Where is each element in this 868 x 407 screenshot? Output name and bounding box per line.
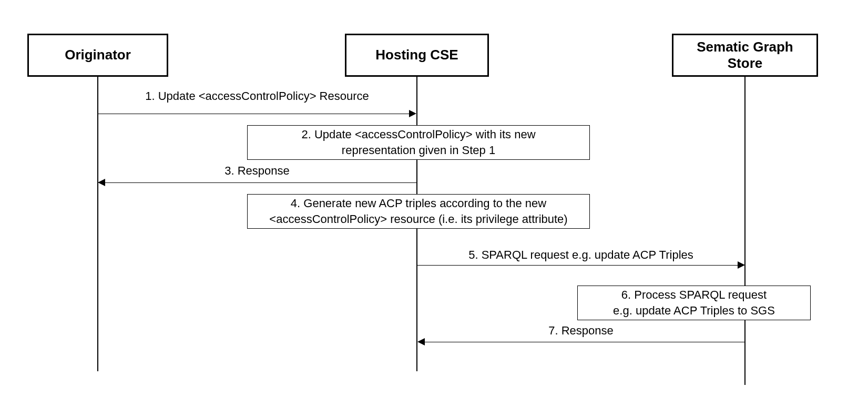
message-3-arrow [105, 182, 416, 183]
message-5-arrowhead [738, 261, 745, 269]
actor-semantic-store: Sematic Graph Store [672, 34, 818, 77]
actor-hosting-cse: Hosting CSE [345, 34, 489, 77]
message-7-label: 7. Response [417, 324, 744, 338]
message-3-label: 3. Response [98, 164, 416, 178]
lifeline-originator [97, 77, 98, 371]
message-4-box: 4. Generate new ACP triples according to… [247, 194, 590, 229]
message-1-arrow [98, 114, 410, 114]
message-6-box: 6. Process SPARQL request e.g. update AC… [577, 286, 811, 320]
message-1-label: 1. Update <accessControlPolicy> Resource [98, 89, 416, 103]
actor-label: Hosting CSE [375, 47, 458, 63]
message-7-arrow [425, 342, 744, 342]
lifeline-semantic-store [744, 77, 746, 385]
actor-originator: Originator [27, 34, 168, 77]
actor-label: Originator [65, 47, 131, 63]
message-6-label: 6. Process SPARQL request e.g. update AC… [613, 287, 775, 318]
sequence-diagram: Originator Hosting CSE Sematic Graph Sto… [11, 11, 868, 407]
message-7-arrowhead [417, 338, 425, 345]
message-3-arrowhead [98, 179, 105, 186]
message-1-arrowhead [409, 110, 416, 117]
message-2-box: 2. Update <accessControlPolicy> with its… [247, 125, 590, 160]
message-2-label: 2. Update <accessControlPolicy> with its… [301, 127, 535, 158]
message-4-label: 4. Generate new ACP triples according to… [269, 196, 567, 227]
message-5-arrow [417, 265, 738, 266]
actor-label: Sematic Graph Store [697, 39, 793, 72]
message-5-label: 5. SPARQL request e.g. update ACP Triple… [417, 248, 744, 262]
